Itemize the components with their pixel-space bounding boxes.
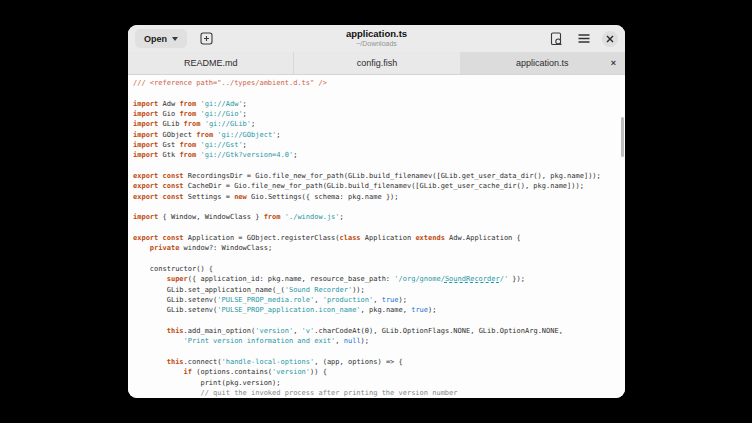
code-token: 'version': [255, 327, 293, 335]
new-tab-button[interactable]: [196, 29, 216, 49]
code-line: super({ application_id: pkg.name, resour…: [133, 274, 625, 284]
code-token: from: [196, 131, 213, 139]
code-token: ,: [293, 327, 301, 335]
header-right-controls: [546, 29, 618, 49]
code-token: 'PULSE_PROP_media.role': [217, 296, 314, 304]
code-line: import Gst from 'gi://Gst';: [133, 140, 625, 150]
code-token: GLib.set_application_name(_(: [133, 286, 285, 294]
code-token: import: [133, 120, 158, 128]
code-line: [133, 88, 625, 98]
code-token: import: [133, 110, 158, 118]
code-token: 'gi://Adw': [200, 100, 242, 108]
code-token: 'production': [323, 296, 374, 304]
code-line: print(pkg.version);: [133, 378, 625, 388]
header-left-controls: Open: [135, 29, 216, 49]
code-token: class: [340, 234, 361, 242]
code-token: Application = GObject.registerClass(: [184, 234, 340, 242]
code-line: this.connect('handle-local-options', (ap…: [133, 357, 625, 367]
tab-application-ts[interactable]: application.ts×: [460, 52, 625, 74]
code-token: GObject: [158, 131, 196, 139]
code-token: ({ application_id: pkg.name, resource_ba…: [188, 275, 395, 283]
code-token: RecordingsDir = Gio.file_new_for_path(GL…: [184, 172, 601, 180]
code-token: ;: [276, 131, 280, 139]
code-line: GLib.setenv('PULSE_PROP_application.icon…: [133, 305, 625, 315]
code-token: export const: [133, 182, 184, 190]
main-menu-button[interactable]: [574, 29, 594, 49]
code-line: GLib.setenv('PULSE_PROP_media.role', 'pr…: [133, 295, 625, 305]
code-line: [133, 223, 625, 233]
code-line: [133, 347, 625, 357]
code-token: null: [344, 337, 361, 345]
code-token: Gst: [158, 141, 179, 149]
code-token: Gio: [158, 110, 179, 118]
code-line: import GObject from 'gi://GObject';: [133, 130, 625, 140]
code-token: [133, 244, 150, 252]
code-token: from: [184, 120, 201, 128]
code-token: import: [133, 213, 158, 221]
code-line: export const RecordingsDir = Gio.file_ne…: [133, 171, 625, 181]
code-token: .charCodeAt(0), GLib.OptionFlags.NONE, G…: [314, 327, 563, 335]
code-token: GLib.setenv(: [133, 306, 217, 314]
code-token: , (app, options) => {: [314, 358, 403, 366]
code-line: [133, 254, 625, 264]
code-token: ));: [352, 286, 365, 294]
code-token: if: [184, 368, 192, 376]
code-token: import: [133, 100, 158, 108]
code-line: import GLib from 'gi://GLib';: [133, 119, 625, 129]
code-token: window?: WindowClass;: [179, 244, 272, 252]
code-line: import Gtk from 'gi://Gtk?version=4.0';: [133, 150, 625, 160]
code-line: import { Window, WindowClass } from './w…: [133, 212, 625, 222]
document-preview-button[interactable]: [546, 29, 566, 49]
code-token: /': [500, 275, 508, 283]
code-token: Gio.Settings({ schema: pkg.name });: [247, 193, 399, 201]
code-area[interactable]: /// <reference path="../types/ambient.d.…: [128, 75, 625, 398]
code-token: ;: [243, 141, 247, 149]
window-close-button[interactable]: [602, 31, 618, 47]
open-button[interactable]: Open: [135, 29, 187, 48]
code-token: /// <reference path="../types/ambient.d.…: [133, 79, 327, 87]
plus-square-icon: [200, 32, 213, 45]
code-token: Application: [361, 234, 416, 242]
code-line: import Adw from 'gi://Adw';: [133, 99, 625, 109]
code-line: if (options.contains('version')) {: [133, 367, 625, 377]
code-token: [133, 337, 184, 345]
code-token: 'handle-local-options': [222, 358, 315, 366]
tab-readme-md[interactable]: README.md: [128, 52, 293, 74]
code-line: constructor() {: [133, 264, 625, 274]
code-token: // quit the invoked process after printi…: [133, 389, 458, 397]
code-token: .add_main_option(: [184, 327, 256, 335]
tab-label: README.md: [184, 58, 238, 68]
code-line: this.add_main_option('version', 'v'.char…: [133, 326, 625, 336]
code-line: export const Application = GObject.regis…: [133, 233, 625, 243]
code-token: { Window, WindowClass }: [158, 213, 263, 221]
code-line: 'Print version information and exit', nu…: [133, 336, 625, 346]
window-title: application.ts: [346, 29, 407, 39]
text-editor-window: Open application.ts ~/Downloads: [128, 25, 625, 398]
code-token: ;: [243, 100, 247, 108]
code-token: ;: [243, 110, 247, 118]
code-token: 'version': [272, 368, 310, 376]
tab-close-button[interactable]: ×: [611, 59, 616, 68]
code-token: );: [428, 306, 436, 314]
code-token: ,: [335, 337, 343, 345]
code-token: './window.js': [285, 213, 340, 221]
code-line: [133, 161, 625, 171]
vertical-scrollbar[interactable]: [621, 117, 624, 157]
document-search-icon: [550, 32, 563, 46]
code-token: 'gi://Gtk?version=4.0': [200, 151, 293, 159]
code-token: [133, 327, 167, 335]
code-token: this: [167, 327, 184, 335]
code-token: Adw: [158, 100, 179, 108]
code-token: 'PULSE_PROP_application.icon_name': [217, 306, 360, 314]
code-token: );: [399, 296, 407, 304]
code-line: import Gio from 'gi://Gio';: [133, 109, 625, 119]
code-token: Gtk: [158, 151, 179, 159]
code-token: true: [411, 306, 428, 314]
code-line: private window?: WindowClass;: [133, 243, 625, 253]
code-token: from: [179, 141, 196, 149]
code-token: 'gi://GLib': [205, 120, 251, 128]
code-token: from: [179, 151, 196, 159]
tab-config-fish[interactable]: config.fish: [293, 52, 459, 74]
code-token: '/org/gnome/: [394, 275, 445, 283]
code-token: Settings =: [184, 193, 235, 201]
